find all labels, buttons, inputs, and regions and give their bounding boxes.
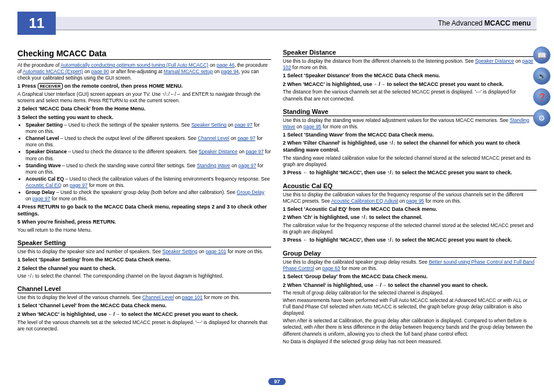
- sd-1: 1 Select 'Speaker Distance' from the MCA…: [283, 73, 537, 80]
- book-icon[interactable]: 📖: [533, 46, 551, 64]
- gd-4: When After is selected at Calibration, t…: [283, 318, 537, 337]
- sd-intro: Use this to display the distance from th…: [283, 58, 537, 71]
- ss-2: 2 Select the channel you want to check.: [17, 265, 271, 272]
- link-expert[interactable]: Automatic MCACC (Expert): [23, 69, 83, 74]
- link-page90[interactable]: page 90: [91, 69, 109, 74]
- link-ssp[interactable]: page 97: [235, 122, 253, 128]
- ac-3: 3 Press ← to highlight 'MCACC', then use…: [283, 237, 537, 244]
- sw-2s: The standing wave related calibration va…: [283, 155, 537, 168]
- cl-2s: The level of the various channels set at…: [17, 319, 271, 332]
- left-column: Checking MCACC Data At the procedure of …: [17, 43, 271, 346]
- header-bold: MCACC menu: [484, 19, 531, 27]
- chapter-number: 11: [17, 12, 56, 35]
- step1-sub: A Graphical User Interface (GUI) screen …: [17, 91, 271, 104]
- link-sw[interactable]: Standing Wave: [197, 163, 230, 168]
- h2-speaker-setting: Speaker Setting: [17, 239, 271, 247]
- step5-sub: You will return to the Home Menu.: [17, 227, 271, 233]
- link-clp[interactable]: page 97: [238, 135, 256, 141]
- cl-1: 1 Select 'Channel Level' from the MCACC …: [17, 303, 271, 310]
- gd-3: When measurements have been performed wi…: [283, 297, 537, 317]
- ss-2s: Use ↑/↓ to select the channel. The corre…: [17, 273, 271, 279]
- link-ss2[interactable]: Speaker Setting: [162, 249, 197, 254]
- ac-intro: Use this to display the calibration valu…: [283, 192, 537, 204]
- intro: At the procedure of Automatically conduc…: [17, 62, 271, 81]
- cl-intro: Use this to display the level of the var…: [17, 294, 271, 301]
- link-ss2p[interactable]: page 101: [206, 249, 226, 254]
- step2: 2 Select 'MCACC Data Check' from the Hom…: [17, 106, 271, 113]
- link-page94[interactable]: page 94: [221, 69, 239, 74]
- sw-intro: Use this to display the standing wave re…: [283, 117, 537, 130]
- speaker-icon[interactable]: 🔊: [533, 67, 551, 85]
- sidebar-icons: 📖 🔊 ❓ ⚙: [533, 46, 551, 127]
- h1-checking: Checking MCACC Data: [17, 49, 271, 60]
- link-sw2p[interactable]: page 95: [304, 124, 322, 130]
- link-manual[interactable]: Manual MCACC setup: [164, 69, 213, 74]
- link-gd2p[interactable]: page 63: [322, 265, 340, 271]
- sw-2: 2 When 'Filter Channel' is highlighted, …: [283, 140, 537, 153]
- ac-2s: The calibration value for the frequency …: [283, 222, 537, 235]
- link-sdp[interactable]: page 97: [246, 149, 264, 154]
- h2-standing-wave: Standing Wave: [283, 108, 537, 116]
- bullet-acoustic: Acoustic Cal EQ – Used to check the cali…: [26, 176, 271, 189]
- ac-2: 2 When 'Ch' is highlighted, use ↑/↓ to s…: [283, 214, 537, 221]
- link-cl2p[interactable]: page 101: [182, 294, 203, 300]
- link-page46[interactable]: page 46: [217, 62, 235, 68]
- gd-1: 1 Select 'Group Delay' from the MCACC Da…: [283, 274, 537, 280]
- receiver-key: RECEIVER: [38, 83, 63, 89]
- link-auto-mcacc[interactable]: Automatically conducting optimum sound t…: [60, 62, 208, 68]
- sd-2: 2 When 'MCACC' is highlighted, use ←/→ t…: [283, 81, 537, 88]
- bullet-group-delay: Group Delay – Used to check the speakers…: [26, 189, 271, 202]
- h2-speaker-distance: Speaker Distance: [283, 49, 537, 57]
- gd-intro: Use this to display the calibrated speak…: [283, 259, 537, 272]
- h2-group-delay: Group Delay: [283, 250, 537, 258]
- gd-5: No Data is displayed if the selected gro…: [283, 339, 537, 345]
- link-gd[interactable]: Group Delay: [237, 189, 265, 195]
- link-sd2[interactable]: Speaker Distance: [475, 58, 514, 64]
- bullet-speaker-distance: Speaker Distance – Used to check the dis…: [26, 149, 271, 161]
- link-gdp[interactable]: page 97: [33, 196, 51, 202]
- link-cl[interactable]: Channel Level: [198, 135, 229, 141]
- bullet-channel-level: Channel Level – Used to check the output…: [26, 135, 271, 148]
- step1: 1 Press RECEIVER on the remote control, …: [17, 83, 271, 90]
- sd-2s: The distance from the various channels s…: [283, 89, 537, 102]
- link-ac[interactable]: Acoustic Cal EQ: [26, 182, 62, 188]
- gd-2: 2 When 'Channel' is highlighted, use ←/→…: [283, 282, 537, 289]
- h2-channel-level: Channel Level: [17, 285, 271, 293]
- cl-2: 2 When 'MCACC' is highlighted, use ←/→ t…: [17, 311, 271, 318]
- link-acp[interactable]: page 97: [70, 182, 88, 188]
- link-ss[interactable]: Speaker Setting: [191, 122, 226, 128]
- bullet-standing-wave: Standing Wave – Used to check the standi…: [26, 163, 271, 175]
- gd-2s: The result of group delay calibration fo…: [283, 290, 537, 296]
- ss-1: 1 Select 'Speaker Setting' from the MCAC…: [17, 257, 271, 264]
- step4: 4 Press RETURN to go back to the MCACC D…: [17, 204, 271, 217]
- step3: 3 Select the setting you want to check.: [17, 114, 271, 121]
- link-swp[interactable]: page 97: [239, 163, 257, 168]
- h2-acoustic: Acoustic Cal EQ: [283, 182, 537, 190]
- help-icon[interactable]: ❓: [533, 88, 551, 106]
- link-ac2[interactable]: Acoustic Calibration EQ Adjust: [331, 198, 398, 204]
- link-cl2[interactable]: Channel Level: [142, 294, 174, 300]
- link-sd[interactable]: Speaker Distance: [199, 149, 238, 154]
- ss-intro: Use this to display the speaker size and…: [17, 249, 271, 255]
- link-ac2p[interactable]: page 95: [406, 198, 425, 204]
- ac-1: 1 Select 'Acoustic Cal EQ' from the MCAC…: [283, 206, 537, 213]
- header-light: The Advanced: [438, 19, 483, 27]
- right-column: Speaker Distance Use this to display the…: [283, 43, 537, 346]
- page-number: 97: [268, 378, 286, 385]
- header-title: The Advanced MCACC menu: [56, 17, 537, 30]
- step5: 5 When you're finished, press RETURN.: [17, 219, 271, 226]
- settings-icon[interactable]: ⚙: [533, 109, 551, 127]
- sw-1: 1 Select 'Standing Wave' from the MCACC …: [283, 132, 537, 139]
- bullet-speaker-setting: Speaker Setting – Used to check the sett…: [26, 122, 271, 135]
- sw-3: 3 Press ← to highlight 'MCACC', then use…: [283, 170, 537, 177]
